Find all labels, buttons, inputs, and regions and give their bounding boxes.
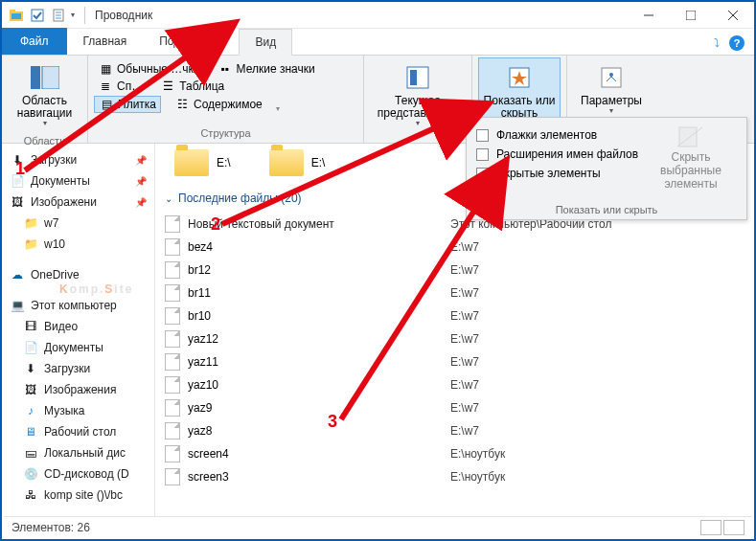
maximize-button[interactable] bbox=[670, 2, 712, 29]
table-row[interactable]: yaz12E:\w7 bbox=[165, 327, 745, 350]
tab-share[interactable]: Поделиться bbox=[143, 28, 239, 55]
tab-home[interactable]: Главная bbox=[67, 28, 144, 55]
file-icon bbox=[165, 238, 180, 256]
downloads-icon: ⬇ bbox=[23, 361, 38, 376]
folder-item[interactable]: E:\ bbox=[174, 149, 231, 176]
file-icon bbox=[165, 422, 180, 440]
help-icon[interactable]: ? bbox=[729, 35, 745, 51]
checkbox-icon[interactable] bbox=[29, 7, 46, 24]
file-icon bbox=[165, 261, 180, 279]
options-icon bbox=[596, 62, 627, 93]
file-location: E:\w7 bbox=[450, 286, 479, 300]
tab-view[interactable]: Вид bbox=[239, 29, 292, 56]
svg-point-19 bbox=[609, 73, 613, 77]
folder-item[interactable]: E:\ bbox=[269, 149, 326, 176]
table-row[interactable]: br10E:\w7 bbox=[165, 304, 745, 327]
list-icon: ≣ bbox=[98, 79, 113, 94]
layout-list[interactable]: ≣Сп… bbox=[94, 79, 147, 94]
videos-icon: 🎞 bbox=[23, 319, 38, 334]
layout-small-icons[interactable]: ▪▪Мелкие значки bbox=[214, 61, 319, 77]
nav-documents[interactable]: 📄Документы📌 bbox=[6, 170, 150, 192]
nav-komp[interactable]: 🖧komp site ()\/bc bbox=[6, 485, 150, 506]
table-row[interactable]: yaz8E:\w7 bbox=[165, 419, 745, 442]
table-row[interactable]: yaz9E:\w7 bbox=[165, 396, 745, 419]
folder-icon bbox=[269, 149, 304, 176]
file-location: E:\w7 bbox=[450, 263, 479, 277]
file-icon bbox=[165, 399, 180, 417]
nav-videos[interactable]: 🎞Видео bbox=[6, 316, 150, 337]
nav-cd[interactable]: 💿CD-дисковод (D bbox=[6, 463, 150, 485]
view-icons-toggle[interactable] bbox=[723, 520, 745, 535]
network-icon: 🖧 bbox=[23, 487, 38, 503]
nav-localdisk[interactable]: 🖴Локальный дис bbox=[6, 442, 150, 463]
layout-tiny-icons[interactable]: ▦Обычные …чки bbox=[94, 61, 204, 77]
layout-more-icon[interactable]: ▾ bbox=[276, 104, 280, 113]
nav-desktop[interactable]: 🖥Рабочий стол bbox=[6, 421, 150, 442]
chevron-down-icon: ▾ bbox=[416, 120, 420, 128]
layout-content[interactable]: ☷Содержимое bbox=[171, 96, 266, 113]
statusbar: Элементов: 26 bbox=[4, 516, 752, 537]
view-details-toggle[interactable] bbox=[700, 520, 722, 535]
file-icon bbox=[165, 307, 180, 325]
options-button[interactable]: Параметры ▾ bbox=[573, 57, 650, 121]
table-row[interactable]: yaz10E:\w7 bbox=[165, 373, 745, 396]
svg-rect-2 bbox=[11, 13, 21, 19]
file-name: br11 bbox=[188, 286, 211, 300]
nav-pictures2[interactable]: 🖼Изображения bbox=[6, 379, 150, 400]
svg-rect-9 bbox=[686, 11, 696, 20]
file-name: screen4 bbox=[188, 447, 229, 461]
pin-icon: 📌 bbox=[135, 155, 147, 166]
file-location: E:\w7 bbox=[450, 355, 479, 369]
show-hide-dropdown: Флажки элементов Расширения имен файлов … bbox=[466, 117, 747, 220]
desktop-icon: 🖥 bbox=[23, 424, 38, 440]
file-name[interactable]: Новый текстовый документ bbox=[188, 217, 334, 231]
table-row[interactable]: yaz11E:\w7 bbox=[165, 350, 745, 373]
pictures-icon: 🖼 bbox=[10, 194, 25, 210]
file-icon bbox=[165, 445, 180, 462]
file-name: yaz10 bbox=[188, 378, 218, 392]
file-name: bez4 bbox=[188, 240, 213, 254]
file-icon bbox=[165, 468, 180, 485]
table-row[interactable]: br11E:\w7 bbox=[165, 282, 745, 304]
file-name: br10 bbox=[188, 309, 211, 323]
nav-documents2[interactable]: 📄Документы bbox=[6, 337, 150, 358]
navigation-pane-button[interactable]: Область навигации ▾ bbox=[8, 57, 81, 133]
nav-music[interactable]: ♪Музыка bbox=[6, 400, 150, 421]
hide-icon bbox=[676, 125, 706, 148]
current-view-button[interactable]: Текущее представление ▾ bbox=[370, 57, 466, 133]
tab-file[interactable]: Файл bbox=[2, 28, 67, 55]
panes-icon bbox=[30, 62, 60, 93]
nav-downloads2[interactable]: ⬇Загрузки bbox=[6, 358, 150, 379]
layout-table[interactable]: ☰Таблица bbox=[156, 79, 228, 94]
hide-selected-button[interactable]: Скрыть выбранные элементы bbox=[645, 125, 737, 191]
table-row[interactable]: screen4E:\ноутбук bbox=[165, 442, 745, 465]
ribbon-help: ⤵ ? bbox=[704, 32, 754, 55]
table-row[interactable]: br12E:\w7 bbox=[165, 259, 745, 282]
tiny-icons-icon: ▦ bbox=[98, 61, 113, 77]
pc-icon: 💻 bbox=[10, 298, 25, 313]
nav-downloads[interactable]: ⬇Загрузки📌 bbox=[6, 149, 150, 170]
table-row[interactable]: screen3E:\ноутбук bbox=[165, 465, 745, 488]
file-location: E:\ноутбук bbox=[450, 470, 505, 484]
nav-thispc[interactable]: 💻Этот компьютер bbox=[6, 295, 150, 316]
qat-dropdown-icon[interactable]: ▾ bbox=[71, 11, 75, 19]
table-row[interactable]: bez4E:\w7 bbox=[165, 236, 745, 259]
folder-icon bbox=[174, 149, 209, 176]
nav-w7[interactable]: 📁w7 bbox=[6, 213, 150, 234]
nav-w10[interactable]: 📁w10 bbox=[6, 234, 150, 255]
show-hide-icon bbox=[504, 62, 535, 93]
nav-onedrive[interactable]: ☁OneDrive bbox=[6, 264, 150, 285]
close-button[interactable] bbox=[712, 2, 754, 29]
nav-pictures[interactable]: 🖼Изображени📌 bbox=[6, 192, 150, 213]
chevron-down-icon: ▾ bbox=[43, 120, 47, 128]
layout-tiles[interactable]: ▤Плитка bbox=[94, 96, 161, 113]
properties-icon[interactable] bbox=[50, 7, 67, 24]
minimize-button[interactable] bbox=[628, 2, 670, 29]
file-location: E:\w7 bbox=[450, 332, 479, 346]
file-location: E:\w7 bbox=[450, 401, 479, 415]
svg-rect-3 bbox=[32, 10, 43, 21]
collapse-ribbon-icon[interactable]: ⤵ bbox=[714, 36, 720, 50]
window-controls bbox=[628, 2, 754, 29]
svg-rect-13 bbox=[42, 66, 59, 89]
table-icon: ☰ bbox=[160, 79, 175, 94]
